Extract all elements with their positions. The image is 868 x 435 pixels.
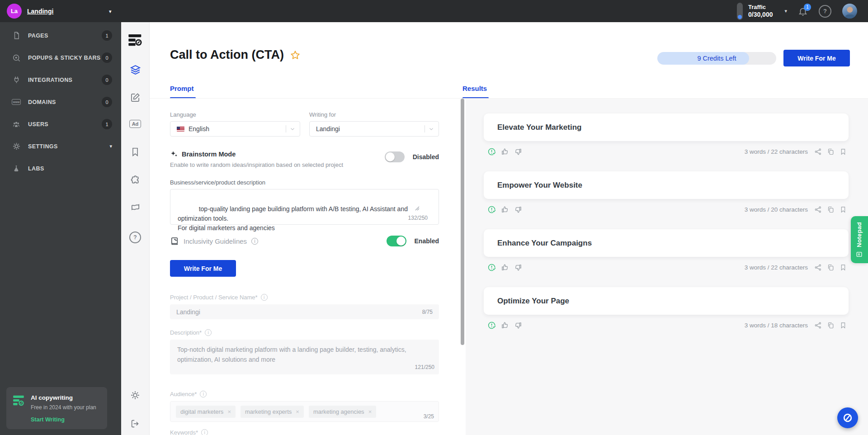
logout-icon[interactable] (121, 419, 149, 429)
copy-icon[interactable] (827, 264, 835, 271)
sidebar-item-domains[interactable]: www DOMAINS 0 (0, 91, 121, 113)
thumbs-down-icon[interactable] (514, 147, 522, 156)
sidebar-item-labs[interactable]: LABS (0, 157, 121, 180)
scrollbar-thumb[interactable] (461, 99, 464, 345)
language-select[interactable]: English (170, 121, 300, 137)
save-bookmark-icon[interactable] (840, 322, 847, 329)
share-icon[interactable] (814, 322, 822, 329)
sparkle-icon (170, 150, 178, 158)
sidebar-item-label: USERS (28, 121, 102, 128)
sidebar-item-integrations[interactable]: INTEGRATIONS 0 (0, 69, 121, 91)
flag-icon[interactable] (121, 202, 149, 212)
result-title: Elevate Your Marketing (497, 123, 581, 132)
start-writing-link[interactable]: Start Writing (31, 416, 96, 423)
copy-icon[interactable] (827, 148, 835, 156)
inclusivity-check-icon[interactable] (487, 263, 497, 272)
description-textarea[interactable]: Top-notch digital marketing platform wit… (170, 340, 439, 374)
credits-label: 9 Credits Left (697, 55, 736, 62)
result-card[interactable]: Enhance Your Campaigns (484, 229, 849, 257)
share-icon[interactable] (814, 206, 822, 213)
sidebar-item-settings[interactable]: SETTINGS ▾ (0, 135, 121, 157)
workspace-logo[interactable]: La (7, 4, 22, 19)
project-name-label: Project / Product / Service Name* (170, 294, 258, 301)
prompt-scrollbar (459, 99, 466, 435)
ai-copywriting-promo-card: AI copywriting Free in 2024 with your pl… (6, 387, 107, 429)
share-icon[interactable] (814, 148, 822, 156)
remove-tag-icon[interactable]: × (296, 408, 299, 415)
info-icon[interactable]: i (205, 329, 212, 336)
business-description-label: Business/service/product description (170, 179, 439, 186)
resize-handle[interactable] (415, 187, 439, 230)
templates-layers-icon[interactable] (121, 64, 149, 76)
audience-tags-input[interactable]: 3/25 digital marketers × marketing exper… (170, 401, 439, 422)
result-title: Empower Your Website (497, 181, 582, 190)
users-icon (11, 119, 21, 129)
workspace-name[interactable]: Landingi (27, 8, 53, 15)
inclusivity-toggle[interactable] (387, 236, 406, 246)
traffic-label: Traffic (748, 4, 773, 11)
info-icon[interactable]: i (201, 429, 208, 435)
thumbs-up-icon[interactable] (501, 205, 509, 214)
sidebar-item-users[interactable]: USERS 1 (0, 113, 121, 135)
bookmark-icon[interactable] (121, 147, 149, 157)
write-for-me-button-form[interactable]: Write For Me (170, 260, 236, 277)
result-card[interactable]: Elevate Your Marketing (484, 113, 849, 141)
sidebar-item-popups[interactable]: POPUPS & STICKY BARS 0 (0, 47, 121, 69)
compose-icon[interactable] (121, 92, 149, 103)
brainstorm-toggle[interactable] (385, 151, 405, 162)
writing-for-select[interactable]: Landingi (309, 121, 439, 137)
count-badge: 0 (102, 52, 112, 63)
inclusivity-check-icon[interactable] (487, 321, 497, 330)
business-description-textarea[interactable]: top-quality landing page building platfo… (170, 189, 439, 225)
result-card[interactable]: Empower Your Website (484, 171, 849, 199)
avatar[interactable] (842, 4, 857, 19)
workspace-caret-icon[interactable]: ▾ (109, 8, 112, 14)
tab-results[interactable]: Results (462, 85, 489, 99)
save-bookmark-icon[interactable] (840, 264, 847, 271)
notepad-icon (856, 251, 863, 258)
inclusivity-check-icon[interactable] (487, 205, 497, 214)
remove-tag-icon[interactable]: × (227, 408, 231, 415)
info-icon[interactable]: i (261, 294, 268, 301)
result-meta: 3 words / 22 characters (745, 264, 808, 271)
copy-icon[interactable] (827, 206, 835, 213)
thumbs-down-icon[interactable] (514, 321, 522, 330)
inclusivity-check-icon[interactable] (487, 147, 497, 156)
notifications-button[interactable]: 1 (798, 6, 808, 16)
save-bookmark-icon[interactable] (840, 206, 847, 213)
favorite-star-icon[interactable] (290, 50, 301, 61)
write-for-me-button-header[interactable]: Write For Me (783, 50, 850, 66)
promo-subtitle: Free in 2024 with your plan (31, 404, 96, 411)
notification-badge: 1 (804, 4, 811, 11)
traffic-widget[interactable]: Traffic 0/30,000 ▾ (737, 3, 787, 20)
info-icon[interactable]: i (200, 391, 207, 397)
thumbs-up-icon[interactable] (501, 147, 509, 156)
notepad-tab[interactable]: Notepad (851, 216, 868, 263)
save-bookmark-icon[interactable] (840, 148, 847, 156)
thumbs-up-icon[interactable] (501, 321, 509, 330)
sidebar-item-label: INTEGRATIONS (28, 77, 102, 83)
business-description-value: top-quality landing page building platfo… (178, 205, 410, 232)
support-fab[interactable] (837, 407, 858, 428)
thumbs-down-icon[interactable] (514, 263, 522, 272)
share-icon[interactable] (814, 264, 822, 271)
ai-copywriting-logo-icon[interactable] (121, 33, 149, 47)
rail-settings-icon[interactable] (121, 390, 149, 400)
credits-pill[interactable]: 9 Credits Left (657, 52, 776, 65)
ad-icon[interactable]: Ad (121, 120, 149, 128)
help-button[interactable]: ? (819, 5, 831, 18)
traffic-caret-icon[interactable]: ▾ (784, 8, 787, 14)
rail-help-icon[interactable]: ? (121, 232, 149, 243)
result-card[interactable]: Optimize Your Page (484, 287, 849, 315)
puzzle-icon[interactable] (121, 175, 149, 185)
audience-tag: digital marketers × (176, 406, 236, 418)
copy-icon[interactable] (827, 322, 835, 329)
project-name-input[interactable]: Landingi 8/75 (170, 304, 439, 319)
language-label: Language (170, 111, 300, 118)
thumbs-up-icon[interactable] (501, 263, 509, 272)
thumbs-down-icon[interactable] (514, 205, 522, 214)
info-icon[interactable]: i (251, 238, 258, 245)
remove-tag-icon[interactable]: × (368, 408, 372, 415)
sidebar-item-pages[interactable]: PAGES 1 (0, 24, 121, 47)
tab-prompt[interactable]: Prompt (170, 85, 196, 99)
